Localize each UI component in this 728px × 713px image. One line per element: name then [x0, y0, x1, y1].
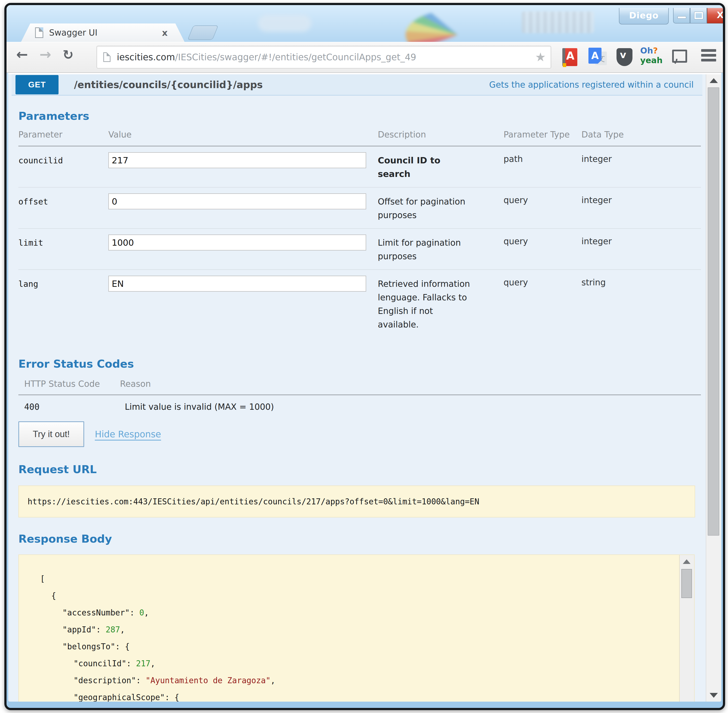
json-line: [ — [29, 570, 694, 588]
ohyeah-extension-icon[interactable]: Oh? yeah — [640, 46, 667, 66]
chrome-menu-button[interactable] — [701, 49, 722, 69]
param-description: Retrieved information lenguage. Fallacks… — [378, 276, 475, 331]
maximize-icon — [694, 12, 703, 19]
request-url-heading: Request URL — [18, 463, 703, 476]
col-parameter-type: Parameter Type — [503, 130, 581, 139]
swagger-content: GET /entities/councils/{councilid}/apps … — [12, 74, 703, 702]
close-icon: X — [707, 8, 723, 23]
ohyeah-yeah: yeah — [640, 55, 667, 65]
param-data-type: string — [581, 276, 701, 287]
error-reason: Limit value is invalid (MAX = 1000) — [120, 402, 701, 412]
address-bar[interactable]: iescities.com/IESCities/swagger/#!/entit… — [97, 46, 551, 69]
col-http-status-code: HTTP Status Code — [18, 379, 120, 389]
chrome-frame: Diego X Swagger UI x ← → ↻ iescities.com… — [6, 5, 723, 708]
hide-response-link[interactable]: Hide Response — [95, 429, 161, 440]
forward-button[interactable]: → — [39, 46, 51, 63]
ohyeah-question: ? — [653, 46, 658, 55]
error-status-codes-heading: Error Status Codes — [18, 358, 703, 370]
ohyeah-oh: Oh — [640, 46, 653, 55]
operation-summary-link[interactable]: Gets the applications registered within … — [489, 80, 694, 89]
param-name: lang — [18, 276, 108, 289]
page-viewport: GET /entities/councils/{councilid}/apps … — [8, 73, 721, 702]
cast-icon[interactable] — [670, 47, 690, 67]
param-type: query — [503, 276, 581, 287]
response-body-heading: Response Body — [18, 533, 703, 545]
councilid-input[interactable] — [108, 152, 366, 168]
menu-bar-2 — [701, 54, 716, 57]
response-body-box: [{"accessNumber": 0,"appId": 287,"belong… — [18, 555, 695, 702]
profile-button[interactable]: Diego — [619, 8, 669, 24]
wallpaper-sketch-decoration — [522, 11, 594, 33]
offset-input[interactable] — [108, 193, 366, 209]
wallpaper-rainbow-decoration — [406, 9, 510, 42]
col-parameter: Parameter — [18, 130, 108, 139]
error-row-400: 400 Limit value is invalid (MAX = 1000) — [18, 395, 701, 414]
param-description: Council ID to search — [378, 152, 475, 181]
maximize-button[interactable] — [690, 8, 707, 24]
url-domain: iescities.com — [117, 52, 175, 63]
back-button[interactable]: ← — [16, 46, 28, 63]
new-tab-button[interactable] — [188, 25, 219, 40]
scroll-up-arrow-icon[interactable] — [683, 559, 691, 564]
param-description: Limit for pagination purposes — [378, 234, 475, 263]
scroll-down-arrow-icon[interactable] — [710, 693, 718, 698]
json-line: "councilId": 217, — [29, 655, 694, 672]
param-type: path — [503, 152, 581, 164]
operation-path[interactable]: /entities/councils/{councilid}/apps — [74, 79, 263, 90]
http-method-badge[interactable]: GET — [15, 75, 58, 94]
param-name: limit — [18, 234, 108, 248]
pocket-extension-icon[interactable]: v — [615, 47, 636, 67]
browser-tab[interactable]: Swagger UI x — [21, 24, 185, 42]
tab-title: Swagger UI — [49, 28, 97, 37]
parameters-heading: Parameters — [18, 110, 703, 122]
dictionary-extension-icon[interactable]: A — [560, 47, 581, 67]
pocket-chevron: v — [620, 52, 629, 58]
close-button[interactable]: X — [707, 8, 723, 24]
window-controls: X — [673, 8, 723, 24]
col-value: Value — [108, 130, 378, 139]
reload-button[interactable]: ↻ — [63, 47, 73, 63]
browser-scrollbar[interactable] — [706, 74, 721, 702]
browser-toolbar: ← → ↻ iescities.com/IESCities/swagger/#!… — [6, 42, 723, 73]
translate-extension-icon[interactable]: 文 A — [588, 47, 608, 67]
param-data-type: integer — [581, 193, 701, 205]
json-line: "geographicalScope": { — [29, 689, 694, 702]
parameters-table: Parameter Value Description Parameter Ty… — [18, 130, 701, 338]
url-text: iescities.com/IESCities/swagger/#!/entit… — [117, 52, 416, 63]
limit-input[interactable] — [108, 234, 366, 251]
json-line: "description": "Ayuntamiento de Zaragoza… — [29, 672, 694, 689]
try-it-out-button[interactable]: Try it out! — [18, 421, 84, 447]
response-json: [{"accessNumber": 0,"appId": 287,"belong… — [19, 555, 694, 702]
json-line: "accessNumber": 0, — [29, 604, 694, 621]
param-type: query — [503, 234, 581, 246]
param-name: councilid — [18, 152, 108, 165]
tab-close-icon[interactable]: x — [162, 28, 168, 38]
error-header-row: HTTP Status Code Reason — [18, 377, 701, 394]
translate-front-tile: A — [588, 48, 601, 64]
url-path: /IESCities/swagger/#!/entities/getCounci… — [175, 52, 416, 63]
book-letter: A — [566, 49, 575, 62]
bookmark-star-icon[interactable]: ★ — [535, 50, 546, 64]
browser-scrollbar-thumb[interactable] — [708, 87, 719, 535]
lang-input[interactable] — [108, 276, 366, 292]
json-line: "belongsTo": { — [29, 638, 694, 655]
page-icon-small[interactable] — [103, 52, 110, 62]
minimize-button[interactable] — [673, 8, 690, 24]
param-row-councilid: councilid Council ID to search path inte… — [18, 146, 701, 187]
param-data-type: integer — [581, 234, 701, 246]
actions-row: Try it out! Hide Response — [18, 421, 703, 447]
book-bookmark — [563, 63, 566, 67]
wallpaper-cloud-decoration — [258, 15, 311, 32]
menu-bar-3 — [701, 59, 716, 61]
page-icon — [35, 27, 43, 38]
minimize-icon — [677, 16, 686, 19]
param-description: Offset for pagination purposes — [378, 193, 475, 222]
response-scrollbar[interactable] — [679, 555, 694, 702]
request-url-box: https://iescities.com:443/IESCities/api/… — [18, 485, 695, 518]
response-scrollbar-thumb[interactable] — [681, 569, 692, 598]
param-row-offset: offset Offset for pagination purposes qu… — [18, 188, 701, 228]
param-type: query — [503, 193, 581, 205]
scroll-up-arrow-icon[interactable] — [710, 78, 718, 83]
error-code: 400 — [18, 402, 120, 412]
param-data-type: integer — [581, 152, 701, 164]
